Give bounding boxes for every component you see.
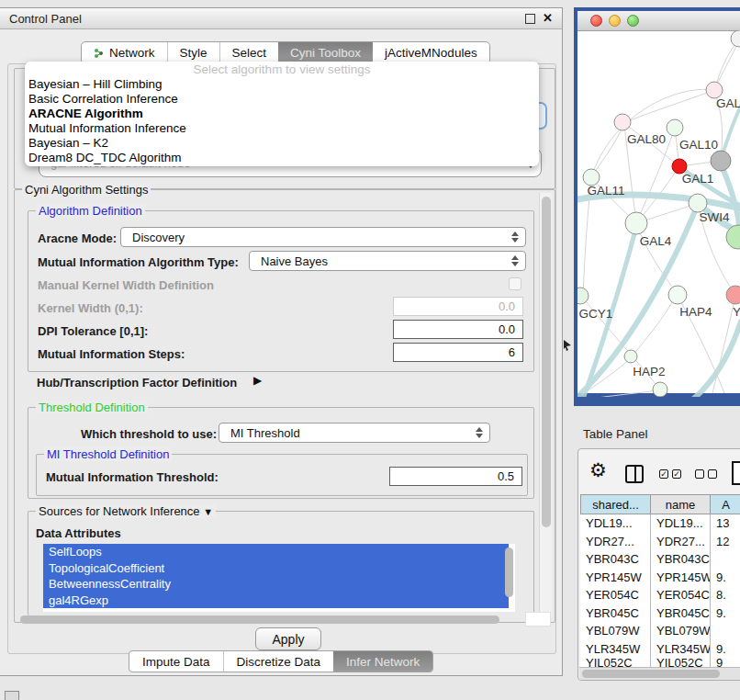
attribute-item[interactable]: BetweennessCentrality (43, 576, 509, 593)
zoom-traffic-light[interactable] (627, 15, 639, 27)
cell[interactable]: YPR145W (580, 569, 651, 587)
cell[interactable]: 13 (711, 514, 740, 533)
list-vscroll-thumb[interactable] (505, 548, 513, 597)
collapse-arrow-icon[interactable]: ▶ (253, 374, 262, 387)
cell[interactable]: YBR045C (651, 604, 711, 623)
algorithm-option[interactable]: Basic Correlation Inference (25, 92, 539, 107)
which-threshold-combo[interactable]: MI Threshold (219, 423, 490, 443)
cell[interactable]: 9. (711, 569, 740, 587)
cell[interactable]: YDR27... (580, 533, 651, 551)
network-canvas[interactable]: GAL GAL80 GAL10 GAL1 GAL11 SWI4 GAL4 GCY… (577, 30, 740, 397)
node[interactable] (731, 30, 740, 47)
attribute-item[interactable]: gal4RGexp (43, 593, 509, 609)
cell[interactable]: YER054C (651, 586, 711, 604)
algorithm-option[interactable]: Bayesian – K2 (25, 136, 539, 151)
algorithm-option-selected[interactable]: ARACNE Algorithm (25, 107, 539, 121)
minimize-traffic-light[interactable] (609, 15, 621, 27)
cell[interactable]: YDR27... (651, 533, 711, 551)
apply-button[interactable]: Apply (255, 627, 321, 650)
mi-type-combo[interactable]: Naive Bayes (249, 251, 526, 271)
cell[interactable]: YER054C (580, 586, 651, 604)
algorithm-definition-fieldset: Algorithm Definition Aracne Mode: Discov… (28, 210, 534, 372)
gear-icon[interactable]: ⚙ (589, 459, 607, 481)
docked-panel-icon[interactable] (5, 691, 19, 700)
dpi-tolerance-value: 0.0 (499, 322, 515, 336)
cell[interactable]: 9. (711, 640, 740, 659)
node[interactable] (625, 212, 647, 234)
mi-steps-field[interactable]: 6 (393, 343, 523, 362)
manual-kernel-checkbox[interactable] (509, 277, 521, 290)
kernel-width-field[interactable]: 0.0 (393, 297, 523, 316)
table-hscroll-thumb[interactable] (582, 670, 720, 678)
algorithm-option[interactable]: Mutual Information Inference (25, 121, 539, 136)
settings-vscrollbar[interactable] (539, 193, 552, 617)
data-attributes-label: Data Attributes (36, 526, 121, 540)
control-panel-titlebar[interactable]: Control Panel ✕ (0, 8, 562, 29)
columns-icon[interactable] (625, 465, 644, 483)
tab-label: Discretize Data (237, 655, 321, 669)
column-header-shared[interactable]: shared... (580, 494, 651, 514)
cell[interactable]: YPR145W (651, 569, 711, 587)
node[interactable] (653, 382, 667, 397)
dpi-tolerance-field[interactable]: 0.0 (393, 320, 523, 339)
mi-threshold-field[interactable]: 0.5 (389, 467, 522, 486)
close-icon[interactable]: ✕ (543, 11, 553, 25)
node-gray[interactable] (711, 151, 731, 171)
close-traffic-light[interactable] (590, 15, 602, 27)
cell[interactable]: 9 (711, 658, 740, 667)
cyni-algorithm-settings-fieldset: Cyni Algorithm Settings Algorithm Defini… (14, 189, 555, 623)
tab-select[interactable]: Select (219, 42, 279, 63)
hub-section-label[interactable]: Hub/Transcription Factor Definition (37, 376, 237, 390)
deselect-all-icon[interactable] (695, 469, 717, 479)
attribute-item[interactable]: TopologicalCoefficient (43, 560, 509, 577)
cell[interactable]: YBR043C (580, 550, 651, 569)
tab-jactivemnodules[interactable]: jActiveMNodules (373, 42, 489, 63)
tab-impute-data[interactable]: Impute Data (129, 651, 223, 672)
cell[interactable]: YBL079W (580, 622, 651, 640)
tab-label: jActiveMNodules (385, 46, 477, 60)
cell[interactable]: 9. (711, 604, 740, 623)
node-label: GAL4 (640, 234, 672, 248)
node-salmon[interactable] (726, 286, 740, 304)
cell[interactable]: 12 (711, 533, 740, 551)
cell[interactable]: YDL19... (580, 514, 651, 533)
node[interactable] (667, 119, 683, 136)
aracne-mode-combo[interactable]: Discovery (120, 227, 526, 247)
cell[interactable]: YDL19... (651, 514, 711, 533)
node[interactable] (689, 194, 707, 212)
tab-cyni-toolbox[interactable]: Cyni Toolbox (278, 42, 373, 63)
cell[interactable]: YIL052C (580, 658, 651, 667)
vscroll-thumb[interactable] (542, 197, 551, 527)
sources-title[interactable]: Sources for Network Inference ▼ (36, 504, 216, 518)
tab-network[interactable]: Network (82, 42, 167, 63)
cell[interactable]: YBL079W (651, 622, 711, 640)
node[interactable] (577, 288, 589, 304)
document-icon[interactable] (732, 461, 740, 485)
algorithm-option[interactable]: Bayesian – Hill Climbing (25, 77, 539, 92)
cell[interactable]: YIL052C (651, 658, 711, 667)
settings-hscroll-thumb[interactable] (20, 615, 499, 624)
network-window-titlebar[interactable] (577, 11, 740, 31)
cell[interactable]: YBR045C (580, 604, 651, 623)
table-hscrollbar[interactable] (579, 667, 740, 680)
which-threshold-value: MI Threshold (230, 426, 300, 440)
cell[interactable]: YLR345W (580, 640, 651, 659)
tab-style[interactable]: Style (167, 42, 219, 63)
attribute-item[interactable]: SelfLoops (43, 544, 509, 560)
column-header-3[interactable]: A (710, 494, 740, 514)
algorithm-option[interactable]: Dream8 DC_TDC Algorithm (25, 151, 539, 165)
cell[interactable]: YLR345W (651, 640, 711, 659)
column-header-name[interactable]: name (650, 494, 711, 514)
cell[interactable]: YBR043C (651, 550, 711, 569)
cell[interactable] (711, 550, 740, 569)
tab-infer-network[interactable]: Infer Network (333, 651, 432, 672)
float-window-icon[interactable] (525, 14, 535, 24)
select-all-icon[interactable]: ✓ ✓ (659, 469, 681, 479)
cell[interactable] (711, 622, 740, 640)
node[interactable] (668, 286, 687, 304)
threshold-definition-fieldset: Threshold Definition Which threshold to … (28, 407, 534, 499)
cell[interactable]: 8. (711, 586, 740, 604)
node[interactable] (614, 114, 631, 130)
tab-discretize-data[interactable]: Discretize Data (223, 651, 334, 672)
node[interactable] (624, 350, 637, 363)
